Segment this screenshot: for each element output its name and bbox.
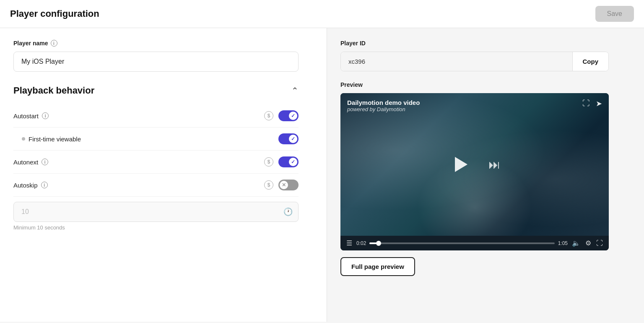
expand-icon[interactable]: ⛶ [596, 240, 603, 247]
video-background: Dailymotion demo video powered by Dailym… [340, 93, 609, 236]
autoskip-label-group: Autoskip i [13, 182, 48, 189]
autoskip-row: Autoskip i $ ✕ [13, 174, 299, 197]
sub-dot-icon [22, 137, 25, 141]
playback-collapse-icon[interactable]: ⌃ [291, 86, 299, 96]
total-time: 1:05 [558, 240, 568, 246]
video-subtitle: powered by Dailymotion [347, 106, 420, 112]
main-layout: Player name i Playback behavior ⌃ Autost… [0, 28, 644, 322]
autonext-dollar-icon: $ [264, 157, 273, 167]
player-id-value: xc396 [341, 52, 572, 71]
playlist-icon[interactable]: ☰ [346, 239, 352, 247]
right-panel: Player ID xc396 Copy Preview Dailymotion… [327, 28, 644, 322]
autoskip-toggle[interactable]: ✕ [278, 180, 299, 190]
player-name-info-icon[interactable]: i [51, 40, 57, 47]
first-time-viewable-check: ✓ [291, 136, 295, 142]
autonext-toggle-check: ✓ [291, 159, 295, 165]
share-icon[interactable]: ➤ [596, 99, 602, 108]
save-button[interactable]: Save [595, 6, 634, 22]
ocean-overlay [340, 93, 609, 236]
player-name-label: Player name [13, 40, 48, 47]
autoskip-clock-icon: 🕐 [283, 207, 293, 216]
preview-label: Preview [340, 81, 631, 88]
progress-fill [369, 242, 379, 244]
player-name-input[interactable] [13, 52, 299, 72]
player-id-label: Player ID [340, 40, 631, 47]
full-page-preview-button[interactable]: Full page preview [340, 257, 415, 276]
settings-icon[interactable]: ⚙ [585, 239, 591, 247]
page-title: Player configuration [10, 8, 99, 19]
autostart-dollar-icon: $ [264, 111, 273, 120]
autonext-label: Autonext [13, 159, 38, 166]
left-panel: Player name i Playback behavior ⌃ Autost… [0, 28, 327, 322]
copy-button[interactable]: Copy [572, 52, 609, 71]
first-time-viewable-controls: ✓ [278, 133, 299, 144]
playback-header: Playback behavior ⌃ [13, 85, 299, 96]
fullscreen-icon[interactable]: ⛶ [582, 99, 590, 108]
video-title: Dailymotion demo video [347, 99, 420, 106]
autonext-label-group: Autonext i [13, 159, 48, 166]
first-time-viewable-toggle[interactable]: ✓ [278, 133, 299, 144]
autostart-row: Autostart i $ ✓ [13, 104, 299, 128]
progress-thumb [376, 241, 381, 246]
autostart-info-icon[interactable]: i [42, 112, 49, 119]
autostart-controls: $ ✓ [264, 110, 299, 121]
autoskip-info-icon[interactable]: i [41, 182, 48, 188]
first-time-viewable-label-group: First-time viewable [22, 135, 81, 143]
header: Player configuration Save [0, 0, 644, 28]
volume-icon[interactable]: 🔈 [572, 239, 580, 247]
autoskip-toggle-x: ✕ [282, 182, 286, 188]
autoskip-controls: $ ✕ [264, 180, 299, 190]
first-time-viewable-label: First-time viewable [29, 135, 81, 143]
autostart-toggle-check: ✓ [291, 113, 295, 119]
progress-container: 0:02 1:05 [356, 240, 568, 246]
autonext-controls: $ ✓ [264, 156, 299, 167]
autonext-row: Autonext i $ ✓ [13, 151, 299, 174]
autoskip-label: Autoskip [13, 182, 38, 189]
autoskip-seconds-input[interactable] [13, 202, 299, 222]
autonext-toggle[interactable]: ✓ [278, 156, 299, 167]
playback-title: Playback behavior [13, 85, 94, 96]
video-top-left: Dailymotion demo video powered by Dailym… [347, 99, 420, 112]
autonext-info-icon[interactable]: i [42, 159, 48, 165]
player-name-section: Player name i [13, 40, 313, 47]
autostart-label: Autostart [13, 112, 39, 120]
first-time-viewable-row: First-time viewable ✓ [13, 128, 299, 151]
progress-bar[interactable] [369, 242, 554, 244]
video-top-right: ⛶ ➤ [582, 99, 602, 108]
autoskip-dollar-icon: $ [264, 180, 273, 190]
player-id-row: xc396 Copy [340, 52, 609, 71]
autoskip-hint: Minimum 10 seconds [13, 224, 313, 231]
ctrl-right: 🔈 ⚙ ⛶ [572, 239, 603, 247]
autoskip-input-row: 🕐 [13, 202, 299, 222]
autostart-toggle[interactable]: ✓ [278, 110, 299, 121]
autostart-label-group: Autostart i [13, 112, 49, 120]
current-time: 0:02 [356, 240, 366, 246]
video-preview: Dailymotion demo video powered by Dailym… [340, 93, 609, 250]
video-controls-bar: ☰ 0:02 1:05 🔈 ⚙ ⛶ [340, 236, 609, 250]
